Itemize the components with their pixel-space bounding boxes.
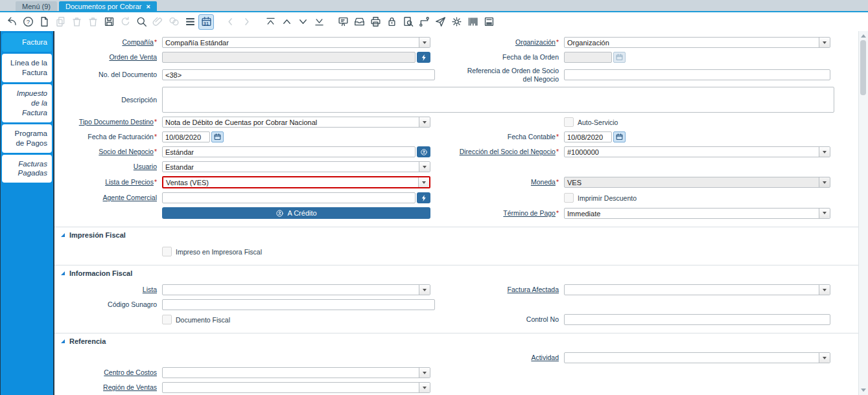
agente-comercial-search-button[interactable]	[417, 192, 430, 203]
sidebar-item-impuesto-factura[interactable]: Impuesto de la Factura	[2, 84, 52, 122]
fecha-orden-label: Fecha de la Orden	[456, 53, 564, 62]
fecha-contable-calendar-button[interactable]	[613, 131, 626, 142]
lista-precios-select[interactable]: Ventas (VES)	[162, 176, 430, 188]
chevron-down-icon[interactable]	[819, 285, 830, 295]
direccion-socio-select[interactable]: #1000000	[564, 146, 830, 157]
help-button[interactable]	[20, 14, 36, 30]
lock-button[interactable]	[384, 14, 399, 30]
previous-record-button[interactable]	[279, 14, 294, 30]
scrollbar-thumb[interactable]	[860, 40, 866, 95]
scroll-down-icon[interactable]	[861, 389, 866, 392]
save-button[interactable]	[101, 14, 117, 30]
fecha-facturacion-input[interactable]	[162, 131, 210, 142]
collapse-triangle-icon	[61, 339, 65, 343]
chevron-down-icon[interactable]	[819, 147, 830, 157]
referencia-orden-input[interactable]	[564, 69, 830, 80]
tipo-doc-destino-select[interactable]: Nota de Débito de Cuentas por Cobrar Nac…	[162, 117, 430, 128]
documento-fiscal-checkbox[interactable]	[162, 315, 172, 324]
imprimir-descuento-checkbox[interactable]	[564, 193, 574, 203]
chevron-down-icon[interactable]	[819, 353, 830, 363]
print-preview-button[interactable]	[400, 14, 416, 30]
section-informacion-fiscal[interactable]: Informacion Fiscal	[54, 265, 858, 278]
socio-negocio-search-button[interactable]	[417, 146, 430, 157]
new-record-button[interactable]	[36, 14, 52, 30]
close-tab-icon[interactable]: ×	[146, 3, 150, 10]
sidebar-item-programa-pagos[interactable]: Programa de Pagos	[2, 124, 52, 153]
control-no-input[interactable]	[564, 314, 830, 325]
sidebar-item-facturas-pagadas[interactable]: Facturas Pagadas	[2, 155, 52, 183]
print-button[interactable]	[368, 14, 383, 30]
vertical-scrollbar[interactable]	[858, 31, 868, 395]
calendar-icon	[200, 16, 213, 28]
chevron-down-icon[interactable]	[819, 209, 830, 218]
last-record-button[interactable]	[311, 14, 327, 30]
imprimir-descuento-label: Imprimir Descuento	[578, 194, 637, 202]
chevron-down-icon[interactable]	[419, 117, 430, 127]
usuario-label: Usuario	[54, 163, 162, 171]
actividad-select[interactable]	[564, 352, 830, 363]
no-documento-input[interactable]	[162, 69, 435, 80]
control-no-label: Control No	[456, 315, 564, 324]
chevron-right-icon	[240, 16, 253, 28]
collapse-triangle-icon	[61, 233, 65, 237]
next-record-button[interactable]	[295, 14, 311, 30]
a-credito-button[interactable]: A Crédito	[162, 207, 430, 219]
codigo-sunagro-input[interactable]	[162, 299, 435, 310]
undo-button[interactable]	[4, 14, 19, 30]
descripcion-textarea[interactable]	[162, 87, 834, 113]
fecha-facturacion-calendar-button[interactable]	[211, 131, 224, 142]
agente-comercial-input[interactable]	[162, 192, 416, 203]
chevron-down-icon[interactable]	[418, 177, 429, 187]
scroll-up-icon[interactable]	[861, 34, 866, 38]
report-button[interactable]	[481, 14, 497, 30]
grid-toggle-button[interactable]	[182, 14, 198, 30]
product-info-button[interactable]	[465, 14, 480, 30]
copy-icon	[54, 16, 67, 28]
workflow-button[interactable]	[416, 14, 432, 30]
factura-afectada-select[interactable]	[564, 284, 830, 295]
termino-pago-label: Término de Pago*	[456, 209, 564, 218]
chevron-down-icon[interactable]	[419, 368, 430, 378]
sidebar-item-factura[interactable]: Factura	[2, 33, 52, 52]
organizacion-select[interactable]: Organización	[564, 37, 830, 48]
centro-costos-select[interactable]	[162, 367, 430, 378]
tab-menu[interactable]: Menú (9)	[16, 1, 57, 11]
socio-negocio-input[interactable]	[162, 146, 416, 157]
chevron-down-icon[interactable]	[419, 162, 430, 172]
termino-pago-select[interactable]: Immediate	[564, 208, 830, 219]
compania-select[interactable]: Compañía Estándar	[162, 37, 430, 48]
chevron-down-icon[interactable]	[419, 383, 430, 392]
sidebar-item-label: Impuesto de la Factura	[17, 89, 47, 117]
calendar-button[interactable]: 31	[198, 14, 214, 30]
section-referencia[interactable]: Referencia	[54, 333, 858, 346]
send-request-button[interactable]	[432, 14, 448, 30]
auto-servicio-checkbox[interactable]	[564, 117, 574, 127]
sidebar-item-linea-factura[interactable]: Línea de la Factura	[2, 54, 52, 82]
window-tab-bar: Menú (9) Documentos por Cobrar ×	[0, 0, 868, 12]
tab-documentos-por-cobrar[interactable]: Documentos por Cobrar ×	[59, 1, 157, 11]
chevron-down-icon[interactable]	[819, 38, 830, 47]
find-button[interactable]	[134, 14, 149, 30]
save-icon	[103, 16, 115, 28]
lightning-icon	[420, 194, 428, 202]
first-record-button[interactable]	[263, 14, 278, 30]
actividad-label: Actividad	[456, 354, 564, 362]
fecha-contable-input[interactable]	[564, 131, 612, 142]
settings-button[interactable]	[449, 14, 464, 30]
region-ventas-label: Región de Ventas	[54, 383, 162, 392]
impreso-impresora-checkbox[interactable]	[162, 247, 172, 256]
section-impresion-fiscal[interactable]: Impresión Fiscal	[54, 227, 858, 240]
workflow-icon	[418, 16, 430, 28]
chevron-down-icon[interactable]	[419, 285, 430, 295]
sidebar: Factura Línea de la Factura Impuesto de …	[0, 31, 54, 395]
archive-button[interactable]	[351, 14, 367, 30]
calendar-icon	[615, 53, 624, 62]
region-ventas-select[interactable]	[162, 382, 430, 393]
usuario-select[interactable]: Estandar	[162, 161, 430, 172]
detail-record-button[interactable]	[335, 14, 351, 30]
auto-servicio-label: Auto-Servicio	[578, 119, 618, 126]
chevron-down-icon[interactable]	[419, 38, 430, 47]
archive-icon	[353, 16, 366, 28]
lista-select[interactable]	[162, 284, 430, 295]
orden-venta-search-button[interactable]	[417, 52, 430, 63]
